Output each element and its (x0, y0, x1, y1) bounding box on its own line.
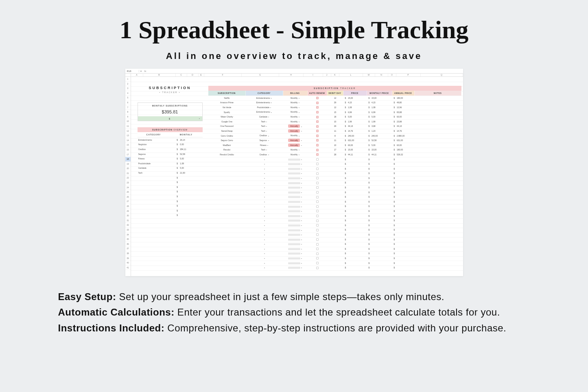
feature-text: Comprehensive, step-by-step instructions… (164, 322, 506, 333)
cell-monthly-price: $ 5,00 (367, 144, 392, 146)
overview-category: Tech (138, 172, 177, 174)
fx-label: fx (143, 70, 148, 72)
feature-line: Easy Setup: Set up your spreadsheet in j… (58, 289, 530, 305)
checkbox-icon (316, 267, 319, 269)
monthly-amount: $395.81 (138, 109, 202, 116)
cell-price: $ 44,13 (343, 125, 367, 127)
tracker-row: ▾ ▾$$$ (208, 171, 461, 176)
tracker-row: SpotifyEntretenimento ▾Monthly ▾15$ 6,99… (208, 110, 461, 115)
checkbox-icon (316, 149, 319, 151)
cell-price: $ (343, 172, 367, 174)
cell-annual-price: $ (392, 196, 415, 198)
row-number: 12 (125, 129, 131, 134)
cell-debit-day: 28 (327, 153, 343, 156)
cell-billing: Monthly ▾ (283, 111, 308, 113)
column-headers: ABCDEFGHIJKLMNOPQ (125, 74, 463, 77)
cell-monthly-price: $ 15,00 (367, 148, 392, 151)
cell-category: ▾ (246, 168, 283, 170)
tracker-row: ▾ ▾$$$ (208, 232, 461, 237)
checkbox-icon (316, 229, 319, 231)
row-number: 21 (125, 171, 131, 176)
tracker-row: One PasswordTech ▾Annually ▾29$ 44,13$ 3… (208, 124, 461, 129)
cell-auto-renew (308, 130, 327, 133)
cell-price: $ (343, 181, 367, 184)
checkbox-icon (316, 257, 319, 259)
tracker-row: ▾ ▾$$$ (208, 157, 461, 162)
column-header: N (375, 74, 388, 76)
cell-debit-day: 8 (327, 135, 343, 137)
cell-category: Caridade ▾ (246, 115, 283, 118)
checkbox-icon (316, 200, 319, 203)
row-number: 8 (125, 110, 131, 115)
overview-category: Fitness (138, 157, 177, 160)
cell-monthly-price: $ (367, 229, 392, 231)
checkbox-icon (316, 106, 319, 109)
checkbox-icon (316, 168, 319, 170)
cell-monthly-price: $ 4,15 (367, 101, 392, 104)
feature-label: Instructions Included: (58, 322, 165, 333)
cell-category: ▾ (246, 163, 283, 165)
cell-price: $ (343, 196, 367, 198)
cell-category: ▾ (246, 200, 283, 203)
cell-price: $ 1,08 (343, 106, 367, 109)
cell-category: Produtividade ▾ (246, 106, 283, 109)
row-number: 32 (125, 223, 131, 228)
cell-auto-renew (308, 134, 327, 137)
th-debit-day: DEBIT DAY (327, 91, 343, 96)
cell-price: $ 15,00 (343, 97, 367, 99)
checkbox-icon (316, 243, 319, 246)
th-annual-price: ANNUAL PRICE (392, 91, 415, 96)
cell-monthly-price: $ 240,00 (367, 135, 392, 137)
chevron-down-icon: ▾ (199, 118, 200, 120)
cell-price: $ 240,00 (343, 135, 367, 137)
cell-annual-price: $ (392, 158, 415, 161)
cell-monthly-price: $ 52,58 (367, 139, 392, 142)
overview-amount: $5,00 (177, 157, 202, 160)
cell-annual-price: $ (392, 200, 415, 203)
tracker-row: ▾ ▾$$$ (208, 176, 461, 181)
checkbox-icon (316, 158, 319, 161)
cell-auto-renew (308, 125, 327, 128)
cell-billing: ▾ (283, 210, 308, 212)
th-billing: BILLING (283, 91, 308, 96)
cell-monthly-price: $ (367, 243, 392, 245)
cell-debit-day: 10 (327, 144, 343, 146)
tracker-row: ▾ ▾$$$ (208, 209, 461, 213)
cell-category: ▾ (246, 177, 283, 179)
overview-row: $ (138, 175, 203, 180)
cell-price: $ 5,00 (343, 115, 367, 118)
sidebar-panel: SUBSCRIPTION • TRACKER • MONTHLY SUBSCRI… (138, 86, 203, 218)
cell-monthly-price: $ (367, 215, 392, 217)
cell-billing: ▾ (283, 163, 308, 165)
monthly-subscriptions-box: MONTHLY SUBSCRIPTIONS $395.81 $ ▾ (138, 102, 203, 121)
column-header: G (242, 74, 279, 76)
cell-annual-price: $ 180,00 (392, 148, 415, 151)
cell-debit-day: 17 (327, 148, 343, 151)
cell-price: $ (343, 243, 367, 245)
cell-annual-price: $ (392, 262, 415, 264)
cell-auto-renew (308, 210, 327, 213)
cell-subscription: Water Charity (208, 115, 246, 118)
overview-row: $ (138, 199, 203, 204)
tracker-row: ▾ ▾$$$ (208, 261, 461, 266)
row-number: 27 (125, 199, 131, 204)
cell-billing: Annually ▾ (283, 144, 308, 147)
cell-billing: Monthly ▾ (283, 120, 308, 123)
overview-row: Entretenimento$26,14 (138, 137, 203, 142)
column-header: P (396, 74, 421, 76)
cell-category: Entretenimento ▾ (246, 97, 283, 99)
checkbox-icon (316, 120, 319, 123)
cell-subscription: Via Verde (208, 106, 246, 109)
checkbox-icon (316, 253, 319, 255)
cell-annual-price: $ 49,80 (392, 101, 415, 104)
features-list: Easy Setup: Set up your spreadsheet in j… (58, 289, 530, 336)
cell-category: ▾ (246, 210, 283, 212)
cell-category: ▾ (246, 229, 283, 231)
cell-annual-price: $ (392, 229, 415, 231)
cell-auto-renew (308, 214, 327, 217)
cell-billing: Monthly ▾ (283, 134, 308, 137)
cell-monthly-price: $ 1,23 (367, 130, 392, 132)
overview-header: CATEGORY MONTHLY (138, 132, 203, 137)
cell-category: ▾ (246, 158, 283, 160)
cell-annual-price: $ (392, 266, 415, 269)
